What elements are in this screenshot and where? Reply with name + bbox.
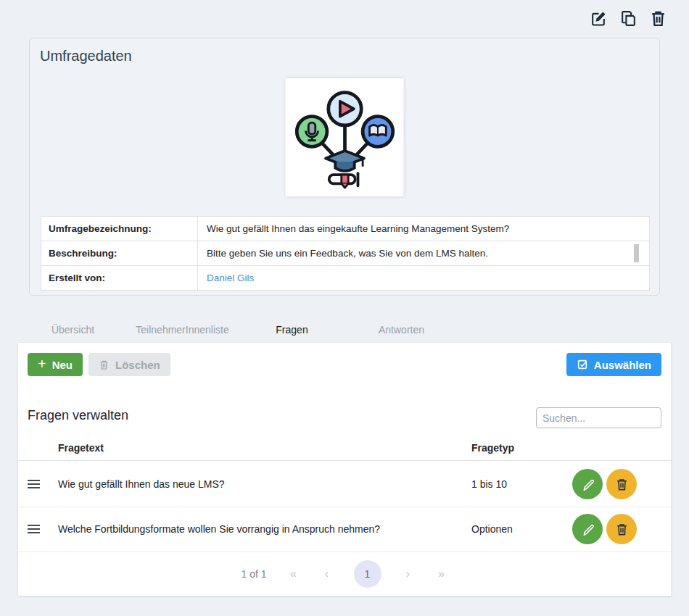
question-type: Optionen: [471, 523, 513, 535]
pencil-icon: [580, 522, 595, 537]
auswaehlen-button[interactable]: Auswählen: [566, 353, 661, 376]
pencil-icon: [580, 477, 595, 492]
tab-fragen[interactable]: Fragen: [237, 317, 347, 345]
prev-page-button[interactable]: ‹: [321, 567, 334, 580]
survey-card-title: Umfragedaten: [40, 48, 132, 64]
drag-handle-icon[interactable]: [26, 522, 41, 536]
field-label: Umfragebezeichnung:: [41, 217, 198, 241]
trash-icon[interactable]: [649, 9, 667, 28]
field-value: Wie gut gefällt Ihnen das eingekaufte Le…: [198, 217, 509, 241]
pagination: 1 of 1 « ‹ 1 › »: [18, 552, 671, 596]
survey-admin-page: { "window_toolbar": { "edit_icon": "edit…: [0, 0, 689, 616]
first-page-button[interactable]: «: [287, 567, 300, 580]
table-row-umfragebezeichnung: Umfragebezeichnung: Wie gut gefällt Ihne…: [41, 217, 649, 241]
page-title: Fragen verwalten: [28, 408, 128, 423]
last-page-button[interactable]: »: [435, 567, 448, 580]
tab-antworten[interactable]: Antworten: [347, 317, 456, 345]
fragen-panel: + Neu Löschen Auswählen Fragen verwalten…: [18, 343, 671, 596]
field-label: Erstellt von:: [41, 266, 198, 290]
question-type: 1 bis 10: [471, 478, 507, 490]
column-header-fragetyp: Fragetyp: [471, 442, 514, 454]
window-toolbar: [590, 9, 667, 28]
row-actions: [572, 469, 637, 499]
drag-handle-icon[interactable]: [26, 477, 41, 491]
question-text: Wie gut gefällt Ihnen das neue LMS?: [58, 478, 225, 490]
column-header-fragetext: Fragetext: [58, 442, 104, 454]
trash-icon: [99, 359, 110, 370]
pagination-info: 1 of 1: [241, 568, 266, 580]
loeschen-button[interactable]: Löschen: [88, 353, 170, 376]
edit-question-button[interactable]: [572, 514, 603, 544]
copy-icon[interactable]: [619, 9, 638, 28]
search-input[interactable]: [536, 407, 661, 428]
table-row-erstellt-von: Erstellt von: Daniel Gils: [41, 266, 649, 290]
table-row-beschreibung: Beschreibung: Bitte geben Sie uns ein Fe…: [41, 241, 649, 266]
survey-image: [286, 78, 404, 196]
field-label: Beschreibung:: [41, 241, 198, 265]
question-text: Welche Fortbildungsformate wollen Sie vo…: [58, 523, 380, 535]
plus-icon: +: [38, 357, 46, 371]
edit-question-button[interactable]: [572, 469, 603, 499]
row-actions: [572, 514, 637, 544]
trash-icon: [615, 478, 629, 491]
edit-icon[interactable]: [590, 9, 608, 28]
delete-question-button[interactable]: [606, 514, 637, 544]
action-toolbar: + Neu Löschen Auswählen: [28, 353, 661, 376]
question-row: Wie gut gefällt Ihnen das neue LMS? 1 bi…: [18, 462, 671, 507]
neu-button[interactable]: + Neu: [28, 353, 83, 376]
tab-bar: Übersicht TeilnehmerInnenliste Fragen An…: [18, 317, 456, 345]
creator-link[interactable]: Daniel Gils: [207, 272, 254, 283]
checkbox-icon: [577, 359, 588, 370]
tab-teilnehmerinnenliste[interactable]: TeilnehmerInnenliste: [128, 317, 237, 345]
survey-info-table: Umfragebezeichnung: Wie gut gefällt Ihne…: [41, 216, 650, 291]
current-page-button[interactable]: 1: [354, 560, 381, 588]
trash-icon: [615, 523, 629, 536]
delete-question-button[interactable]: [606, 469, 637, 499]
questions-table-header: Fragetext Fragetyp: [18, 437, 671, 461]
e-learning-illustration-icon: [293, 86, 396, 189]
scrollbar-thumb[interactable]: [634, 244, 639, 262]
next-page-button[interactable]: ›: [402, 567, 415, 580]
survey-card: Umfragedaten Umfragebezeichn: [29, 38, 660, 296]
field-value: Bitte geben Sie uns ein Feedback, was Si…: [198, 241, 488, 265]
question-row: Welche Fortbildungsformate wollen Sie vo…: [18, 507, 671, 552]
tab-uebersicht[interactable]: Übersicht: [18, 317, 128, 345]
